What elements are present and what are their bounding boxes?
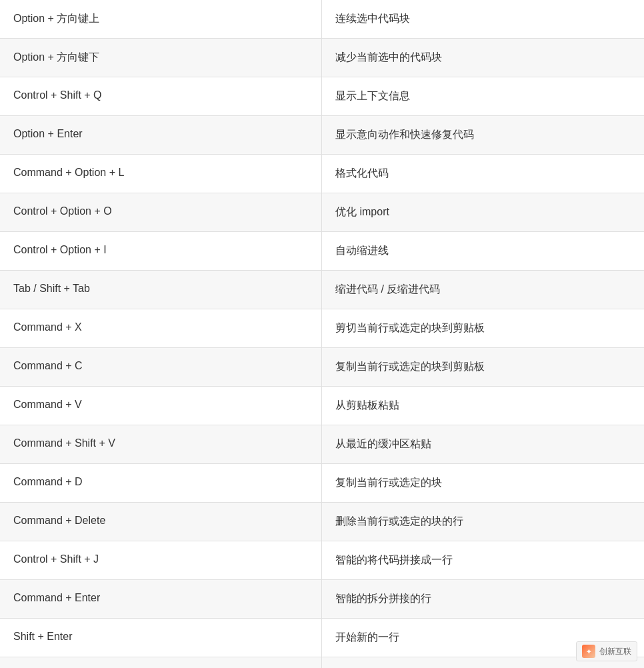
- description-cell: 智能的将代码拼接成一行: [322, 541, 644, 579]
- table-row: Command + D复制当前行或选定的块: [0, 464, 644, 503]
- description-cell: 显示意向动作和快速修复代码: [322, 116, 644, 154]
- table-row: Option + 方向键下减少当前选中的代码块: [0, 39, 644, 77]
- table-row: Command + C复制当前行或选定的块到剪贴板: [0, 348, 644, 387]
- shortcut-cell: Command + Option + L: [0, 155, 322, 193]
- description-cell: 连续选中代码块: [322, 0, 644, 38]
- shortcut-cell: Control + Shift + Q: [0, 77, 322, 115]
- shortcut-cell: Command + V: [0, 387, 322, 425]
- description-cell: 删除当前行或选定的块的行: [322, 503, 644, 541]
- table-row: Control + Shift + Q显示上下文信息: [0, 77, 644, 116]
- shortcut-cell: Command + C: [0, 348, 322, 386]
- shortcut-cell: Command + D: [0, 464, 322, 502]
- description-cell: 优化 import: [322, 193, 644, 231]
- watermark-icon: ✦: [582, 645, 595, 658]
- table-row: Option + 方向键上连续选中代码块: [0, 0, 644, 39]
- shortcut-cell: Command + Enter: [0, 580, 322, 618]
- table-row: Command + Shift + U大小写切换: [0, 657, 644, 668]
- shortcut-cell: Control + Option + I: [0, 232, 322, 270]
- description-cell: 智能的拆分拼接的行: [322, 580, 644, 618]
- shortcut-cell: Shift + Enter: [0, 619, 322, 657]
- watermark: ✦ 创新互联: [576, 641, 637, 661]
- table-row: Command + Enter智能的拆分拼接的行: [0, 580, 644, 619]
- table-row: Control + Option + I自动缩进线: [0, 232, 644, 271]
- table-row: Command + Option + L格式化代码: [0, 155, 644, 193]
- shortcut-cell: Option + 方向键上: [0, 0, 322, 38]
- description-cell: 缩进代码 / 反缩进代码: [322, 271, 644, 309]
- shortcut-cell: Command + Shift + U: [0, 657, 322, 668]
- table-row: Control + Option + O优化 import: [0, 193, 644, 232]
- description-cell: 自动缩进线: [322, 232, 644, 270]
- shortcut-cell: Command + X: [0, 309, 322, 347]
- description-cell: 从剪贴板粘贴: [322, 387, 644, 425]
- shortcut-cell: Control + Shift + J: [0, 541, 322, 579]
- table-row: Control + Shift + J智能的将代码拼接成一行: [0, 541, 644, 580]
- table-row: Shift + Enter开始新的一行: [0, 619, 644, 657]
- shortcut-cell: Command + Delete: [0, 503, 322, 541]
- description-cell: 减少当前选中的代码块: [322, 39, 644, 77]
- table-row: Tab / Shift + Tab缩进代码 / 反缩进代码: [0, 271, 644, 309]
- shortcut-cell: Option + Enter: [0, 116, 322, 154]
- description-cell: 复制当前行或选定的块: [322, 464, 644, 502]
- description-cell: 复制当前行或选定的块到剪贴板: [322, 348, 644, 386]
- table-row: Command + Delete删除当前行或选定的块的行: [0, 503, 644, 541]
- table-row: Command + V从剪贴板粘贴: [0, 387, 644, 425]
- shortcuts-table: Option + 方向键上连续选中代码块Option + 方向键下减少当前选中的…: [0, 0, 644, 668]
- shortcut-cell: Option + 方向键下: [0, 39, 322, 77]
- shortcut-cell: Command + Shift + V: [0, 425, 322, 463]
- description-cell: 剪切当前行或选定的块到剪贴板: [322, 309, 644, 347]
- shortcut-cell: Control + Option + O: [0, 193, 322, 231]
- table-row: Command + X剪切当前行或选定的块到剪贴板: [0, 309, 644, 348]
- table-row: Command + Shift + V从最近的缓冲区粘贴: [0, 425, 644, 464]
- description-cell: 显示上下文信息: [322, 77, 644, 115]
- description-cell: 从最近的缓冲区粘贴: [322, 425, 644, 463]
- description-cell: 格式化代码: [322, 155, 644, 193]
- table-row: Option + Enter显示意向动作和快速修复代码: [0, 116, 644, 155]
- shortcut-cell: Tab / Shift + Tab: [0, 271, 322, 309]
- watermark-text: 创新互联: [599, 646, 631, 657]
